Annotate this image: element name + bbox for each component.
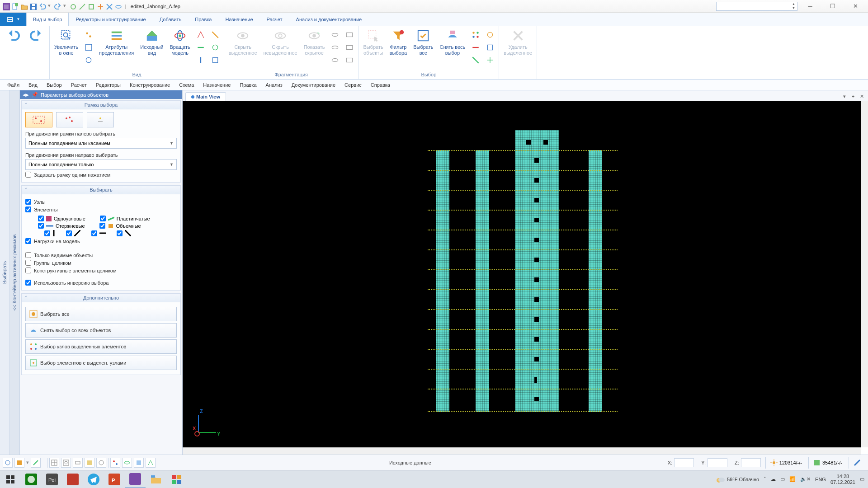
tray-wifi-icon[interactable]: 📶 — [789, 476, 796, 482]
chk-groups[interactable]: Группы целиком — [25, 260, 177, 266]
vtab-close-icon[interactable]: ✕ — [858, 94, 865, 101]
menu-calc[interactable]: Расчет — [66, 81, 91, 89]
tray-clock[interactable]: 14:2807.12.2021 — [830, 474, 855, 485]
view-mini-1[interactable] — [83, 29, 94, 41]
select-all-button[interactable]: Выбратьвсе — [410, 27, 436, 57]
frame-mode-1[interactable] — [25, 112, 52, 127]
tray-notifications-icon[interactable]: ▭ — [860, 476, 864, 482]
sel-mini-4[interactable] — [484, 29, 496, 41]
frame-mode-3[interactable] — [87, 112, 114, 127]
qat-dropdown-icon[interactable]: ▾ — [63, 3, 68, 10]
start-button[interactable] — [0, 470, 21, 488]
show-hidden-button[interactable]: Показатьскрытое — [301, 27, 328, 57]
chk-bar[interactable]: Стержневые — [38, 223, 85, 229]
title-number-input[interactable]: ▲▼ — [716, 2, 797, 11]
frag-mini-1[interactable] — [329, 29, 341, 41]
frame-mode-2[interactable] — [56, 112, 83, 127]
vertical-scrollbar[interactable] — [861, 101, 868, 447]
select-objects-button[interactable]: Выбратьобъекты — [360, 27, 386, 57]
qat-new-icon[interactable] — [12, 3, 19, 10]
task-app-4[interactable] — [166, 470, 187, 488]
menu-assign[interactable]: Назначение — [198, 81, 235, 89]
qat-tool-icon[interactable] — [70, 3, 77, 10]
chk-solid[interactable]: Объемные — [99, 223, 141, 229]
chk-bar-h[interactable] — [91, 230, 106, 236]
tray-volume-icon[interactable]: 🔈✕ — [800, 476, 811, 482]
btn-select-all[interactable]: Выбрать все — [25, 307, 177, 321]
hide-unselected-button[interactable]: Скрытьневыделенное — [261, 27, 300, 57]
task-powerpoint[interactable]: P — [104, 470, 125, 488]
qat-tool-icon[interactable] — [106, 3, 113, 10]
qat-redo-icon[interactable] — [54, 3, 61, 10]
btn-select-nodes-of[interactable]: Выбор узлов выделенных элементов — [25, 339, 177, 354]
menu-file[interactable]: Файл — [3, 81, 24, 89]
vtab-menu-icon[interactable]: ▾ — [841, 94, 848, 101]
status-info-3[interactable] — [849, 457, 865, 469]
status-tool-4[interactable] — [146, 458, 156, 468]
view-axis-1[interactable] — [195, 29, 207, 41]
hide-selected-button[interactable]: Скрытьвыделенное — [226, 27, 260, 57]
weather-widget[interactable]: 59°F Облачно — [716, 475, 759, 484]
tray-lang[interactable]: ENG — [815, 477, 826, 482]
status-grid-4[interactable] — [85, 458, 94, 468]
task-app-current[interactable] — [125, 470, 146, 488]
view-axis-3[interactable] — [195, 54, 207, 66]
vertical-label-select[interactable]: Выбирать — [0, 90, 10, 455]
file-tab[interactable]: ▼ — [0, 13, 26, 26]
one-click-checkbox[interactable]: Задавать рамку одним нажатием — [25, 172, 177, 178]
qat-dropdown-icon[interactable]: ▾ — [48, 3, 52, 10]
sel-mini-5[interactable] — [484, 42, 496, 53]
sel-mini-6[interactable] — [484, 54, 496, 66]
qat-open-icon[interactable] — [21, 3, 28, 10]
frag-mini-3[interactable] — [329, 54, 341, 66]
chk-plate[interactable]: Пластинчатые — [100, 216, 150, 221]
zoom-window-button[interactable]: Увеличитьв окне — [52, 27, 81, 57]
menu-construct[interactable]: Конструирование — [125, 81, 175, 89]
view-mini-2[interactable] — [83, 42, 94, 53]
task-telegram[interactable] — [83, 470, 104, 488]
status-tool-3[interactable] — [134, 458, 144, 468]
task-app-3[interactable] — [62, 470, 83, 488]
menu-edit[interactable]: Правка — [235, 81, 261, 89]
left-move-dropdown[interactable]: Полным попаданием или касанием▼ — [25, 138, 177, 149]
vertical-label-container[interactable]: << Контейнер активных режимов — [10, 90, 20, 455]
tab-edit[interactable]: Правка — [188, 13, 218, 26]
vtab-add-icon[interactable]: + — [849, 94, 857, 101]
tab-add[interactable]: Добавить — [153, 13, 189, 26]
status-tool-1[interactable] — [110, 458, 120, 468]
status-grid-3[interactable] — [73, 458, 83, 468]
sel-mini-2[interactable] — [470, 42, 481, 53]
menu-select[interactable]: Выбор — [42, 81, 66, 89]
menu-view[interactable]: Вид — [24, 81, 42, 89]
status-grid-5[interactable] — [96, 458, 106, 468]
menu-scheme[interactable]: Схема — [175, 81, 198, 89]
filter-button[interactable]: Фильтрвыбора — [387, 27, 410, 57]
tab-assign[interactable]: Назначение — [218, 13, 259, 26]
frag-mini-6[interactable] — [344, 54, 355, 66]
close-button[interactable]: ✕ — [845, 0, 865, 13]
section-select-header[interactable]: ⌃Выбирать — [22, 186, 180, 194]
tab-calc[interactable]: Расчет — [260, 13, 289, 26]
tab-view-select[interactable]: Вид и выбор — [26, 13, 69, 26]
chk-loads[interactable]: Нагрузки на модель — [25, 238, 177, 244]
status-grid-1[interactable] — [49, 458, 59, 468]
delete-selected-button[interactable]: Удалитьвыделенное — [501, 27, 535, 57]
sel-mini-1[interactable] — [470, 29, 481, 41]
chk-single[interactable]: Одноузловые — [38, 216, 85, 221]
horizontal-scrollbar[interactable] — [183, 447, 861, 455]
qat-tool-icon[interactable] — [79, 3, 86, 10]
view-axis-4[interactable] — [209, 29, 221, 41]
view-axis-5[interactable] — [209, 42, 221, 53]
redo-button[interactable] — [25, 27, 48, 44]
chk-constr[interactable]: Конструктивные элементы целиком — [25, 267, 177, 273]
tab-analysis[interactable]: Анализ и документирование — [289, 13, 369, 26]
status-btn-1[interactable] — [3, 458, 13, 468]
chk-elements[interactable]: Элементы — [25, 206, 177, 212]
view-attrs-button[interactable]: Атрибутыпредставления — [96, 27, 137, 57]
menu-service[interactable]: Сервис — [340, 81, 366, 89]
chk-visible[interactable]: Только видимые объекты — [25, 252, 177, 258]
section-frame-header[interactable]: ⌃Рамка выбора — [22, 101, 180, 109]
model-canvas[interactable]: /*placeholder*/ — [183, 101, 861, 447]
chk-bar-d[interactable] — [66, 230, 80, 236]
frag-mini-5[interactable] — [344, 42, 355, 53]
